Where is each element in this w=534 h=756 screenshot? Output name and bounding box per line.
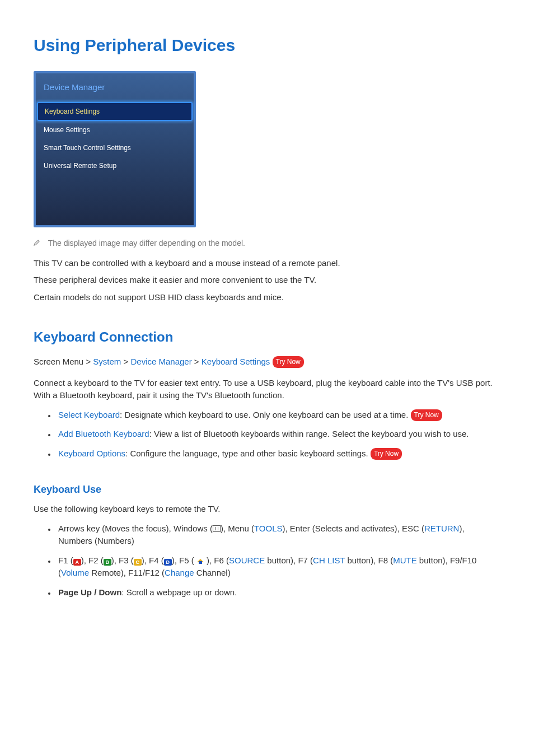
item-name: Add Bluetooth Keyboard <box>58 429 149 438</box>
nav-system: System <box>93 357 121 366</box>
list-item-add-bluetooth-keyboard: Add Bluetooth Keyboard: View a list of B… <box>56 428 500 441</box>
item-text: : Configure the language, type and other… <box>125 449 371 458</box>
text-part: ), Menu ( <box>221 524 254 533</box>
menu-item-universal-remote-setup[interactable]: Universal Remote Setup <box>36 157 194 175</box>
nav-keyboard-settings: Keyboard Settings <box>202 357 270 366</box>
intro-para-2: These peripheral devices make it easier … <box>34 274 500 287</box>
pencil-icon <box>34 237 41 249</box>
try-now-badge[interactable]: Try Now <box>273 356 304 368</box>
text-part: ), F4 ( <box>142 556 164 565</box>
smart-hub-icon <box>196 557 204 564</box>
text-part: button), F7 ( <box>265 556 313 565</box>
text-part: ), F6 ( <box>204 556 229 565</box>
chevron-icon: > <box>124 357 131 366</box>
source-label: SOURCE <box>229 556 265 565</box>
text-part: Channel) <box>194 568 231 577</box>
chlist-label: CH LIST <box>313 556 345 565</box>
volume-label: Volume <box>61 568 89 577</box>
image-disclaimer-note: The displayed image may differ depending… <box>34 237 500 249</box>
chevron-icon: > <box>194 357 202 366</box>
item-text: : Designate which keyboard to use. Only … <box>120 410 410 419</box>
pageupdown-label: Page Up / Down <box>58 587 121 597</box>
list-item-pageupdown: Page Up / Down: Scroll a webpage up or d… <box>56 586 500 599</box>
item-name: Select Keyboard <box>58 410 120 419</box>
note-text: The displayed image may differ depending… <box>48 239 245 248</box>
section-keyboard-connection-title: Keyboard Connection <box>34 327 500 347</box>
color-key-d-icon: D <box>164 559 172 566</box>
text-part: ), F3 ( <box>111 556 134 565</box>
keyboard-connection-list: Select Keyboard: Designate which keyboar… <box>34 409 500 460</box>
intro-para-1: This TV can be controlled with a keyboar… <box>34 257 500 270</box>
menu-item-smart-touch-control-settings[interactable]: Smart Touch Control Settings <box>36 139 194 157</box>
chevron-icon: > <box>86 357 93 366</box>
text-part: ), Enter (Selects and activates), ESC ( <box>283 524 424 533</box>
intro-para-3: Certain models do not support USB HID cl… <box>34 291 500 304</box>
try-now-badge[interactable]: Try Now <box>411 409 442 421</box>
nav-device-manager: Device Manager <box>130 357 191 366</box>
menu-item-mouse-settings[interactable]: Mouse Settings <box>36 121 194 139</box>
pageupdown-text: : Scroll a webpage up or down. <box>121 587 237 597</box>
tools-label: TOOLS <box>254 524 283 533</box>
text-part: button), F8 ( <box>345 556 393 565</box>
menu-path: Screen Menu > System > Device Manager > … <box>34 356 500 368</box>
window-grid-icon <box>213 525 221 532</box>
text-part: Arrows key (Moves the focus), Windows ( <box>58 524 213 533</box>
keyboard-use-list: Arrows key (Moves the focus), Windows ()… <box>34 522 500 599</box>
mute-label: MUTE <box>393 556 417 565</box>
item-name: Keyboard Options <box>58 449 125 458</box>
color-key-a-icon: A <box>73 559 81 566</box>
page-title: Using Peripheral Devices <box>34 32 500 58</box>
menu-item-keyboard-settings[interactable]: Keyboard Settings <box>37 102 193 121</box>
text-part: F1 ( <box>58 556 73 565</box>
try-now-badge[interactable]: Try Now <box>371 448 402 460</box>
nav-prefix: Screen Menu <box>34 357 83 366</box>
keyboard-use-desc: Use the following keyboard keys to remot… <box>34 503 500 516</box>
menu-title: Device Manager <box>36 73 194 102</box>
keyboard-connection-desc: Connect a keyboard to the TV for easier … <box>34 377 500 402</box>
section-keyboard-use-title: Keyboard Use <box>34 482 500 497</box>
item-text: : View a list of Bluetooth keyboards wit… <box>149 429 469 438</box>
return-label: RETURN <box>424 524 460 533</box>
text-part: ), F2 ( <box>81 556 104 565</box>
change-label: Change <box>165 568 194 577</box>
color-key-c-icon: C <box>134 559 142 566</box>
text-part: ), F5 ( <box>172 556 196 565</box>
color-key-b-icon: B <box>104 559 111 566</box>
text-part: Remote), F11/F12 ( <box>89 568 165 577</box>
list-item-keyboard-options: Keyboard Options: Configure the language… <box>56 447 500 460</box>
list-item-select-keyboard: Select Keyboard: Designate which keyboar… <box>56 409 500 422</box>
list-item-fkeys: F1 (A), F2 (B), F3 (C), F4 (D), F5 ( ), … <box>56 554 500 580</box>
list-item-arrows: Arrows key (Moves the focus), Windows ()… <box>56 522 500 548</box>
device-manager-menu: Device Manager Keyboard Settings Mouse S… <box>34 71 196 227</box>
